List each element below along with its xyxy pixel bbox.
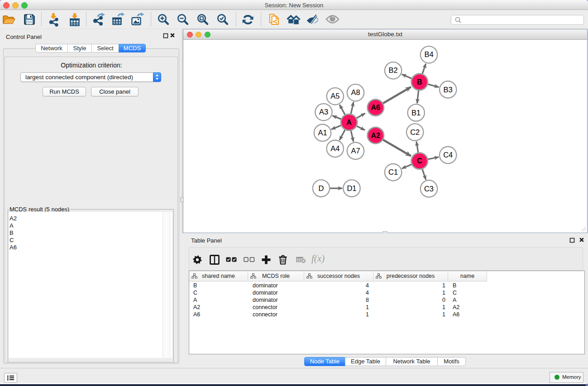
svg-text:A3: A3 xyxy=(319,108,328,116)
svg-text:A5: A5 xyxy=(330,92,339,100)
svg-text:A7: A7 xyxy=(351,147,360,155)
svg-text:A6: A6 xyxy=(371,104,381,111)
svg-text:A8: A8 xyxy=(351,88,360,96)
svg-text:D1: D1 xyxy=(347,184,356,192)
svg-text:C2: C2 xyxy=(410,128,420,136)
svg-text:B2: B2 xyxy=(389,66,398,74)
svg-text:C1: C1 xyxy=(388,168,398,176)
svg-text:B: B xyxy=(417,78,422,86)
svg-text:B1: B1 xyxy=(411,109,421,117)
svg-text:C: C xyxy=(417,157,422,165)
svg-text:B3: B3 xyxy=(444,86,453,94)
svg-text:C3: C3 xyxy=(424,185,434,193)
svg-text:A2: A2 xyxy=(371,132,381,139)
svg-text:B4: B4 xyxy=(424,50,433,58)
svg-text:A: A xyxy=(346,119,352,126)
svg-text:D: D xyxy=(319,184,324,192)
svg-text:A4: A4 xyxy=(330,144,339,152)
svg-text:C4: C4 xyxy=(443,151,453,159)
svg-text:A1: A1 xyxy=(318,129,327,137)
